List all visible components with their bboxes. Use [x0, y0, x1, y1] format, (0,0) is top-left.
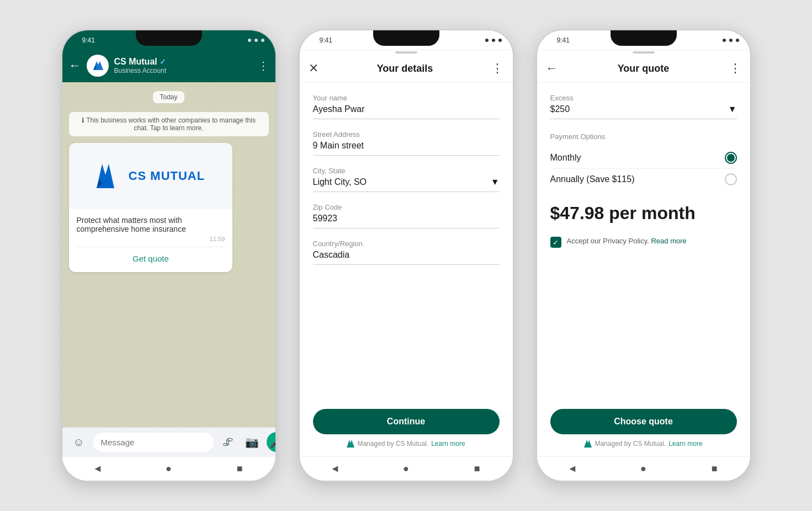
status-time-3: 9:41: [548, 36, 570, 44]
payment-options-section: Payment Options Monthly Annually (Save $…: [550, 132, 737, 190]
nav-home-2[interactable]: ●: [396, 459, 416, 479]
verified-icon: ✓: [160, 57, 166, 66]
field-name: Your name Ayesha Pwar: [313, 94, 500, 119]
nav-square-2[interactable]: ■: [467, 459, 487, 479]
form-header: ✕ Your details ⋮: [300, 55, 513, 83]
excess-field: Excess $250 ▼: [550, 94, 737, 119]
form-footer: Continue Managed by CS Mutual. Learn mor…: [300, 400, 513, 456]
value-city[interactable]: Light City, SO ▼: [313, 177, 500, 192]
brand-card-text: Protect what matters most with comprehen…: [77, 216, 225, 233]
value-zip[interactable]: 59923: [313, 214, 500, 228]
value-street[interactable]: 9 Main street: [313, 141, 500, 156]
phone-whatsapp: 9:41 ← CS Mutual ✓ Business Account ⋮: [61, 29, 277, 482]
privacy-checkbox[interactable]: ✓: [550, 237, 561, 248]
whatsapp-header: ← CS Mutual ✓ Business Account ⋮: [62, 50, 275, 82]
choose-quote-button[interactable]: Choose quote: [550, 409, 737, 434]
managed-logo-icon: [347, 440, 354, 448]
excess-dropdown-arrow: ▼: [728, 104, 737, 114]
field-country: Country/Region Cascadia: [313, 239, 500, 265]
form-menu-button[interactable]: ⋮: [491, 61, 503, 76]
value-name[interactable]: Ayesha Pwar: [313, 104, 500, 119]
bottom-nav-3: ◄ ● ■: [537, 456, 750, 481]
bottom-nav-1: ◄ ● ■: [62, 456, 275, 481]
monthly-radio[interactable]: [725, 152, 737, 164]
nav-square-3[interactable]: ■: [704, 459, 724, 479]
field-city: City, State Light City, SO ▼: [313, 167, 500, 192]
read-more-link[interactable]: Read more: [651, 237, 686, 245]
managed-text: Managed by CS Mutual.: [357, 440, 428, 448]
nav-back-3[interactable]: ◄: [562, 459, 582, 479]
annually-label: Annually (Save $115): [550, 174, 635, 184]
svg-marker-6: [584, 440, 592, 448]
managed-by: Managed by CS Mutual. Learn more: [313, 440, 500, 448]
input-bar: ☺ 🖇 📷 🎤: [62, 427, 275, 456]
camera-button[interactable]: 📷: [242, 432, 262, 452]
quote-footer: Choose quote Managed by CS Mutual. Learn…: [537, 400, 750, 456]
contact-avatar: [87, 55, 109, 77]
nav-square[interactable]: ■: [230, 459, 250, 479]
nav-back[interactable]: ◄: [88, 459, 108, 479]
phone-details: 9:41 ✕ Your details ⋮ Your name Ayesha P…: [299, 29, 514, 482]
quote-back-button[interactable]: ←: [546, 61, 558, 76]
attach-button[interactable]: 🖇: [218, 432, 238, 452]
field-zip: Zip Code 59923: [313, 203, 500, 228]
cs-mutual-logo: CS MUTUAL: [97, 164, 205, 188]
phone-quote: 9:41 ← Your quote ⋮ Excess $250 ▼ Paymen…: [536, 29, 751, 482]
contact-info: CS Mutual ✓ Business Account: [114, 57, 252, 74]
learn-more-link-3[interactable]: Learn more: [668, 440, 702, 448]
payment-option-monthly[interactable]: Monthly: [550, 147, 737, 168]
brand-card: CS MUTUAL Protect what matters most with…: [69, 143, 233, 272]
phone-notch-3: [611, 30, 677, 46]
dropdown-arrow: ▼: [491, 177, 500, 187]
label-country: Country/Region: [313, 239, 500, 248]
status-time-2: 9:41: [311, 36, 332, 44]
svg-marker-5: [347, 440, 354, 448]
nav-home[interactable]: ●: [158, 459, 178, 479]
managed-by-3: Managed by CS Mutual. Learn more: [550, 440, 737, 448]
monthly-label: Monthly: [550, 153, 581, 163]
bottom-nav-2: ◄ ● ■: [300, 456, 513, 481]
date-badge: Today: [153, 91, 184, 103]
phone-notch: [136, 30, 202, 46]
status-icons-2: [485, 39, 502, 42]
get-quote-button[interactable]: Get quote: [77, 252, 225, 265]
status-pill-3: [633, 51, 655, 54]
quote-menu-button[interactable]: ⋮: [729, 61, 741, 76]
learn-more-link-2[interactable]: Learn more: [431, 440, 465, 448]
status-icons: [248, 39, 264, 42]
payment-option-annually[interactable]: Annually (Save $115): [550, 169, 737, 190]
label-name: Your name: [313, 94, 500, 102]
message-input[interactable]: [93, 433, 214, 452]
message-time: 11:59: [77, 236, 225, 242]
quote-body: Excess $250 ▼ Payment Options Monthly An…: [537, 83, 750, 400]
quote-title: Your quote: [618, 63, 670, 74]
payment-options-label: Payment Options: [550, 132, 737, 141]
form-body: Your name Ayesha Pwar Street Address 9 M…: [300, 83, 513, 400]
status-time: 9:41: [73, 36, 95, 44]
privacy-text: Accept our Privacy Policy. Read more: [567, 237, 687, 245]
annually-radio[interactable]: [725, 173, 737, 185]
continue-button[interactable]: Continue: [313, 409, 500, 434]
mic-button[interactable]: 🎤: [267, 432, 277, 452]
brand-card-body: Protect what matters most with comprehen…: [69, 209, 233, 272]
privacy-row: ✓ Accept our Privacy Policy. Read more: [550, 237, 737, 248]
close-button[interactable]: ✕: [309, 61, 319, 76]
contact-name: CS Mutual ✓: [114, 57, 252, 67]
contact-subtitle: Business Account: [114, 67, 252, 74]
form-title: Your details: [377, 63, 433, 74]
nav-home-3[interactable]: ●: [633, 459, 653, 479]
excess-label: Excess: [550, 94, 737, 102]
managed-logo-icon-3: [584, 440, 592, 448]
emoji-button[interactable]: ☺: [69, 432, 89, 452]
back-button[interactable]: ←: [69, 58, 81, 73]
excess-dropdown[interactable]: $250 ▼: [550, 104, 737, 119]
chat-area: Today ℹ This business works with other c…: [62, 82, 275, 427]
status-icons-3: [723, 39, 739, 42]
chat-menu-button[interactable]: ⋮: [258, 59, 269, 72]
label-street: Street Address: [313, 130, 500, 139]
nav-back-2[interactable]: ◄: [325, 459, 345, 479]
radio-inner: [727, 154, 735, 162]
value-country[interactable]: Cascadia: [313, 250, 500, 265]
managed-text-3: Managed by CS Mutual.: [595, 440, 666, 448]
label-city: City, State: [313, 167, 500, 175]
